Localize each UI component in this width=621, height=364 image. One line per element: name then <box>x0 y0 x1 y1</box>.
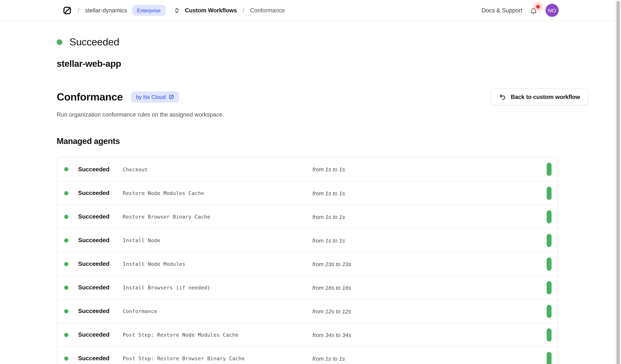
agent-status: Succeeded <box>78 237 123 244</box>
agent-step-name: Restore Node Modules Cache <box>123 190 312 196</box>
undo-arrow-icon <box>499 93 506 100</box>
workflow-description: Run organization conformance rules on th… <box>57 111 588 119</box>
agent-status: Succeeded <box>78 308 123 315</box>
chevrons-up-down-icon <box>173 7 180 14</box>
agent-row[interactable]: Succeeded Checkout from 1s to 1s <box>57 158 558 181</box>
scrollbar-track[interactable] <box>615 0 621 364</box>
agent-step-name: Install Browsers (if needed) <box>123 285 312 290</box>
breadcrumb-separator: / <box>242 7 245 14</box>
agent-timing: from 23s to 23s <box>312 261 351 267</box>
agent-row[interactable]: Succeeded Install Browsers (if needed) f… <box>57 276 558 299</box>
workflow-title: Conformance <box>57 91 123 103</box>
agent-duration-bar <box>547 328 552 341</box>
page: / stellar-dynamics Enterprise Custom Wor… <box>0 0 621 364</box>
agent-timing: from 1s to 1s <box>312 213 345 220</box>
breadcrumb: / stellar-dynamics Enterprise Custom Wor… <box>62 5 285 16</box>
status-dot-icon <box>64 215 68 219</box>
nx-cloud-logo-icon[interactable] <box>62 5 72 15</box>
status-dot-icon <box>64 191 68 195</box>
agent-row[interactable]: Succeeded Post Step: Restore Browser Bin… <box>57 346 558 364</box>
status-dot-icon <box>64 167 68 171</box>
agent-status: Succeeded <box>78 190 123 196</box>
status-dot-icon <box>64 333 68 337</box>
scrollbar-thumb[interactable] <box>617 1 620 364</box>
breadcrumb-separator: / <box>77 7 80 14</box>
agent-duration-bar <box>547 187 552 200</box>
agent-status: Succeeded <box>78 166 123 173</box>
agent-status: Succeeded <box>78 284 123 291</box>
agent-status: Succeeded <box>78 331 123 338</box>
breadcrumb-section[interactable]: Custom Workflows <box>185 7 237 14</box>
agent-timing: from 1s to 1s <box>312 166 345 173</box>
page-title: stellar-web-app <box>57 59 588 69</box>
agent-step-name: Post Step: Restore Browser Binary Cache <box>123 355 312 361</box>
nx-cloud-provider-badge[interactable]: by Nx Cloud <box>131 91 179 103</box>
workflow-header: Conformance by Nx Cloud Back to custom w… <box>57 88 588 105</box>
agent-duration-bar <box>547 234 552 247</box>
run-status: Succeeded <box>57 37 588 47</box>
run-status-label: Succeeded <box>69 36 119 48</box>
agent-timing: from 1s to 1s <box>312 237 345 243</box>
back-to-custom-workflow-button[interactable]: Back to custom workflow <box>491 88 588 105</box>
workspace-switcher-button[interactable] <box>173 7 180 14</box>
agent-row[interactable]: Succeeded Post Step: Restore Node Module… <box>57 323 558 346</box>
agent-step-name: Install Node Modules <box>123 261 312 267</box>
bell-icon <box>530 8 537 15</box>
agent-step-name: Checkout <box>123 166 312 172</box>
docs-support-link[interactable]: Docs & Support <box>482 7 522 14</box>
agent-step-name: Conformance <box>123 308 312 314</box>
status-dot-icon <box>64 238 68 242</box>
breadcrumb-page: Conformance <box>250 7 285 14</box>
agent-duration-bar <box>547 257 552 270</box>
agent-duration-bar <box>547 352 552 364</box>
agent-row[interactable]: Succeeded Conformance from 12s to 12s <box>57 299 558 323</box>
avatar[interactable]: NO <box>546 4 559 17</box>
agent-timing: from 1s to 1s <box>312 190 345 196</box>
agent-row[interactable]: Succeeded Install Node from 1s to 1s <box>57 228 558 252</box>
plan-badge: Enterprise <box>132 5 165 16</box>
agent-row[interactable]: Succeeded Restore Browser Binary Cache f… <box>57 205 558 228</box>
main-content: Succeeded stellar-web-app Conformance by… <box>0 21 621 364</box>
notifications-button[interactable] <box>530 6 538 15</box>
breadcrumb-org[interactable]: stellar-dynamics <box>85 7 127 14</box>
agent-step-name: Install Node <box>123 237 312 243</box>
agent-duration-bar <box>547 305 552 318</box>
agent-status: Succeeded <box>78 355 123 362</box>
agent-timing: from 1s to 1s <box>312 355 345 362</box>
agent-status: Succeeded <box>78 261 123 267</box>
agent-row[interactable]: Succeeded Install Node Modules from 23s … <box>57 252 558 276</box>
status-dot-icon <box>64 356 68 361</box>
status-dot-icon <box>57 39 62 45</box>
nx-cloud-logo-icon <box>169 94 174 100</box>
agent-timing: from 16s to 16s <box>312 284 351 291</box>
provider-badge-label: by Nx Cloud <box>136 94 166 100</box>
managed-agents-heading: Managed agents <box>57 136 588 147</box>
status-dot-icon <box>64 309 68 313</box>
agent-duration-bar <box>547 281 552 294</box>
agent-timing: from 12s to 12s <box>312 308 351 314</box>
agent-timing: from 34s to 34s <box>312 332 351 338</box>
back-button-label: Back to custom workflow <box>511 94 580 100</box>
status-dot-icon <box>64 262 68 266</box>
managed-agents-list: Succeeded Checkout from 1s to 1s Succeed… <box>57 157 558 364</box>
agent-row[interactable]: Succeeded Restore Node Modules Cache fro… <box>57 181 558 205</box>
agent-step-name: Restore Browser Binary Cache <box>123 214 312 220</box>
agent-duration-bar <box>547 163 552 176</box>
agent-step-name: Post Step: Restore Node Modules Cache <box>123 332 312 338</box>
agent-status: Succeeded <box>78 213 123 220</box>
agent-duration-bar <box>547 210 552 223</box>
status-dot-icon <box>64 285 68 290</box>
top-nav: / stellar-dynamics Enterprise Custom Wor… <box>0 0 621 21</box>
notification-dot <box>536 5 540 8</box>
nav-actions: Docs & Support NO <box>482 4 559 17</box>
